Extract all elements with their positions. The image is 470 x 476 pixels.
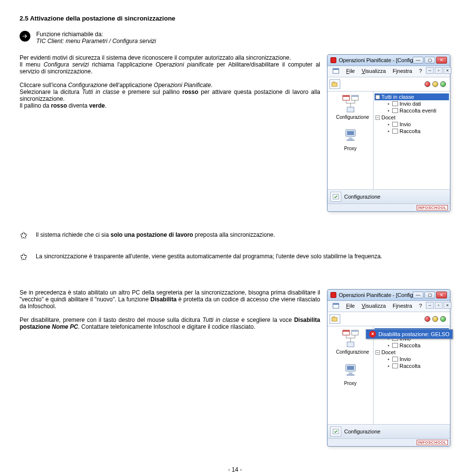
collapse-icon[interactable]: − [376,95,380,99]
sidebar-item-label: Proxy [344,381,357,386]
svg-rect-6 [352,95,358,97]
sidebar-item-config[interactable]: Configurazione [336,93,365,120]
svg-rect-2 [332,83,337,86]
tree-node-tutti-in-classe[interactable]: − Tutti in classe × Disabilita postazion… [375,328,449,335]
status-led-green[interactable] [440,81,446,87]
svg-rect-14 [333,303,339,305]
svg-rect-17 [343,330,350,332]
tree-node-docet[interactable]: − Docet [375,114,449,121]
svg-rect-11 [347,139,354,141]
star-icon: ✩ [20,252,28,262]
cancel-icon: × [369,331,376,338]
sidebar-item-label: Configurazione [336,349,369,355]
sidebar-item-label: Proxy [344,146,357,151]
collapse-icon[interactable]: − [376,350,380,355]
mdi-minimize[interactable]: – [426,302,434,309]
svg-rect-4 [343,95,350,97]
sidebar-item-proxy[interactable]: Proxy [336,125,365,151]
brand-label: INFOSCHOOL [417,440,448,445]
status-led-green[interactable] [440,316,446,322]
status-led-red[interactable] [424,316,430,322]
maximize-button[interactable]: ▢ [424,292,435,298]
maximize-button[interactable]: ▢ [424,57,435,64]
tree-leaf[interactable]: Invio dati [375,100,449,107]
svg-rect-23 [349,372,352,374]
status-led-yellow[interactable] [432,316,438,322]
tree-node-tutti-in-classe[interactable]: − Tutti in classe [375,93,449,100]
svg-rect-22 [347,366,354,370]
svg-rect-15 [332,317,337,321]
tree-leaf[interactable]: Invio [375,356,449,363]
section-heading: 2.5 Attivazione della postazione di sinc… [20,15,450,22]
menu-visualizza[interactable]: Visualizza [359,67,389,76]
tree-view[interactable]: − Tutti in classe × Disabilita postazion… [375,328,449,369]
mdi-minimize[interactable]: – [426,67,434,74]
tree-view[interactable]: − Tutti in classe Invio dati Raccolta ev… [375,93,449,135]
menu-help[interactable]: ? [416,67,425,76]
context-menu: × Disabilita postazione: GELSO [366,329,453,339]
toolbar-open-icon[interactable] [329,79,340,89]
tree-leaf[interactable]: Raccolta eventi [375,107,449,114]
tree-leaf[interactable]: Invio [375,121,449,128]
svg-rect-20 [347,342,354,347]
sidebar: Configurazione Proxy [328,91,374,189]
svg-rect-19 [352,330,358,332]
context-menu-item-disable[interactable]: × Disabilita postazione: GELSO [366,330,452,339]
sidebar-item-config[interactable]: Configurazione [336,328,365,355]
app-window-2: Operazioni Pianificate - [Configurazio… … [327,289,450,447]
svg-rect-1 [333,68,339,70]
star-icon: ✩ [20,230,28,240]
statusbar-text: Configurazione [344,429,380,434]
callable-from-title: Funzione richiamabile da: [36,31,156,38]
status-icon [330,427,341,436]
note-2: ✩ La sincronizzazione è trasparente all'… [20,253,450,262]
menu-finestra[interactable]: Finestra [390,302,415,311]
tree-node-docet[interactable]: − Docet [375,349,449,356]
mdi-restore[interactable]: ▫ [435,302,443,309]
main-text-block-2: Se in precedenza è stato abilitato un al… [20,289,320,447]
menubar: File Visualizza Finestra ? – ▫ × [328,66,450,77]
brand-label: INFOSCHOOL [417,205,448,210]
tree-leaf[interactable]: Raccolta [375,342,449,349]
status-led-red[interactable] [424,81,430,87]
mdi-restore[interactable]: ▫ [435,67,443,74]
menu-item-app[interactable] [329,67,342,76]
stop-icon [330,57,336,63]
tree-leaf[interactable]: Raccolta [375,128,449,135]
note-1: ✩ Il sistema richiede che ci sia solo un… [20,231,450,240]
app-window-1: Operazioni Pianificate - [Configurazio… … [327,54,450,212]
menu-file[interactable]: File [343,302,358,311]
sidebar-item-label: Configurazione [336,114,369,120]
callable-from-line: TIC Client: menu Parametri / Configura s… [36,38,156,45]
menu-visualizza[interactable]: Visualizza [359,302,389,311]
window-title: Operazioni Pianificate - [Configurazio… [339,57,413,63]
titlebar[interactable]: Operazioni Pianificate - [Configurazio… … [328,290,450,301]
callable-from-block: Funzione richiamabile da: TIC Client: me… [20,31,450,45]
close-button[interactable]: ✕ [436,57,447,64]
menu-help[interactable]: ? [416,302,425,311]
toolbar-open-icon[interactable] [329,314,340,324]
mdi-close[interactable]: × [444,302,451,309]
minimize-button[interactable]: — [413,57,423,64]
page-number: - 14 - [20,466,450,473]
tree-leaf[interactable]: Raccolta [375,363,449,369]
menu-item-app[interactable] [329,302,342,311]
titlebar[interactable]: Operazioni Pianificate - [Configurazio… … [328,55,450,66]
svg-rect-10 [349,137,352,139]
menu-file[interactable]: File [343,67,358,76]
mdi-close[interactable]: × [444,67,451,74]
collapse-icon[interactable]: − [376,115,380,120]
menu-finestra[interactable]: Finestra [390,67,415,76]
svg-rect-9 [347,131,354,135]
statusbar-text: Configurazione [344,194,380,200]
sidebar-item-proxy[interactable]: Proxy [336,360,365,386]
svg-rect-24 [347,374,354,376]
minimize-button[interactable]: — [413,292,423,298]
window-title: Operazioni Pianificate - [Configurazio… [339,292,413,298]
stop-icon [330,292,336,298]
status-led-yellow[interactable] [432,81,438,87]
svg-rect-7 [347,107,354,112]
sidebar: Configurazione Proxy [328,326,374,424]
status-icon [330,192,341,202]
close-button[interactable]: ✕ [436,292,447,298]
